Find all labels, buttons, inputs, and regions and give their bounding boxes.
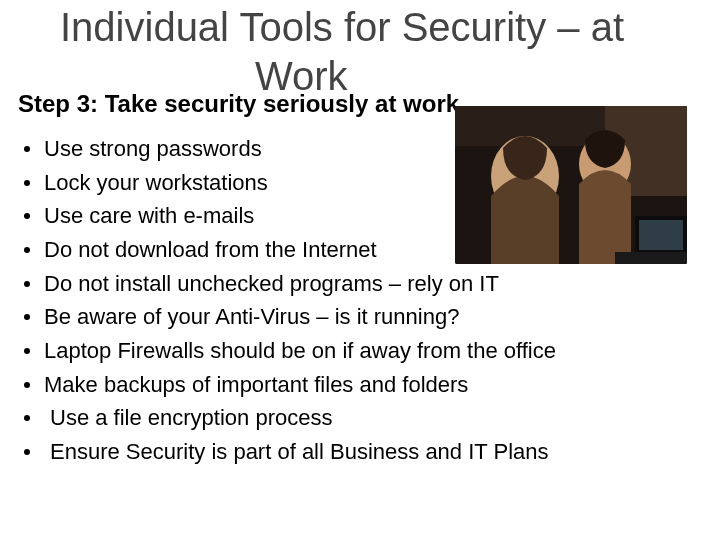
list-item-label: Use care with e-mails <box>44 199 694 233</box>
list-item-label: Make backups of important files and fold… <box>44 368 694 402</box>
list-item: Do not download from the Internet <box>24 233 694 267</box>
list-item-label: Do not install unchecked programs – rely… <box>44 267 694 301</box>
list-item-label: Use a file encryption process <box>44 401 694 435</box>
bullet-icon <box>24 146 30 152</box>
list-item-label: Use strong passwords <box>44 132 694 166</box>
list-item: Ensure Security is part of all Business … <box>24 435 694 469</box>
bullet-icon <box>24 213 30 219</box>
list-item-label: Be aware of your Anti-Virus – is it runn… <box>44 300 694 334</box>
list-item-label: Do not download from the Internet <box>44 233 694 267</box>
list-item-label: Lock your workstations <box>44 166 694 200</box>
list-item: Be aware of your Anti-Virus – is it runn… <box>24 300 694 334</box>
bullet-list: Use strong passwords Lock your workstati… <box>24 132 694 469</box>
list-item: Lock your workstations <box>24 166 694 200</box>
list-item-label: Laptop Firewalls should be on if away fr… <box>44 334 694 368</box>
list-item: Laptop Firewalls should be on if away fr… <box>24 334 694 368</box>
bullet-icon <box>24 281 30 287</box>
slide-title-line1: Individual Tools for Security – at <box>60 4 690 50</box>
slide: Individual Tools for Security – at Work … <box>0 0 720 540</box>
list-item: Use strong passwords <box>24 132 694 166</box>
bullet-icon <box>24 415 30 421</box>
list-item: Make backups of important files and fold… <box>24 368 694 402</box>
bullet-icon <box>24 314 30 320</box>
bullet-icon <box>24 348 30 354</box>
bullet-icon <box>24 247 30 253</box>
bullet-icon <box>24 180 30 186</box>
list-item: Use care with e-mails <box>24 199 694 233</box>
list-item: Use a file encryption process <box>24 401 694 435</box>
list-item: Do not install unchecked programs – rely… <box>24 267 694 301</box>
slide-subtitle: Step 3: Take security seriously at work <box>18 90 459 118</box>
bullet-icon <box>24 382 30 388</box>
list-item-label: Ensure Security is part of all Business … <box>44 435 694 469</box>
bullet-icon <box>24 449 30 455</box>
